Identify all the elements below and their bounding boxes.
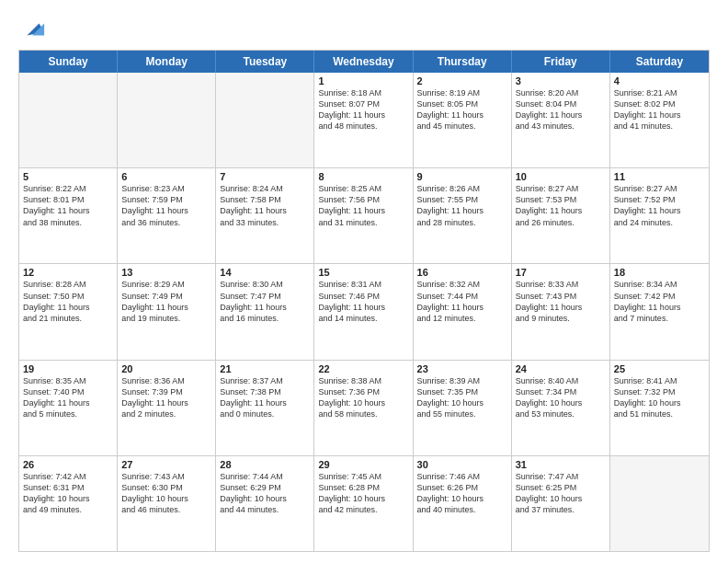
day-number: 1 <box>318 75 408 86</box>
header <box>18 17 710 42</box>
day-number: 19 <box>23 363 113 374</box>
day-info: Sunrise: 8:41 AM Sunset: 7:32 PM Dayligh… <box>614 375 705 420</box>
calendar-cell: 5Sunrise: 8:22 AM Sunset: 8:01 PM Daylig… <box>19 168 118 263</box>
page: SundayMondayTuesdayWednesdayThursdayFrid… <box>0 0 728 563</box>
calendar-body: 1Sunrise: 8:18 AM Sunset: 8:07 PM Daylig… <box>19 73 709 551</box>
day-info: Sunrise: 8:39 AM Sunset: 7:35 PM Dayligh… <box>417 375 507 420</box>
calendar-row-4: 19Sunrise: 8:35 AM Sunset: 7:40 PM Dayli… <box>19 361 709 456</box>
day-number: 4 <box>614 75 705 86</box>
calendar-cell: 28Sunrise: 7:44 AM Sunset: 6:29 PM Dayli… <box>216 456 314 551</box>
calendar-cell: 27Sunrise: 7:43 AM Sunset: 6:30 PM Dayli… <box>118 456 216 551</box>
day-number: 21 <box>220 363 310 374</box>
calendar-cell: 11Sunrise: 8:27 AM Sunset: 7:52 PM Dayli… <box>610 168 709 263</box>
day-info: Sunrise: 8:27 AM Sunset: 7:52 PM Dayligh… <box>614 183 705 228</box>
calendar-cell: 18Sunrise: 8:34 AM Sunset: 7:42 PM Dayli… <box>610 264 709 359</box>
calendar-cell: 22Sunrise: 8:38 AM Sunset: 7:36 PM Dayli… <box>314 361 413 455</box>
day-info: Sunrise: 8:23 AM Sunset: 7:59 PM Dayligh… <box>121 183 211 228</box>
day-number: 15 <box>318 267 408 278</box>
day-info: Sunrise: 8:28 AM Sunset: 7:50 PM Dayligh… <box>23 279 113 324</box>
day-info: Sunrise: 8:37 AM Sunset: 7:38 PM Dayligh… <box>220 375 310 420</box>
calendar: SundayMondayTuesdayWednesdayThursdayFrid… <box>18 50 710 552</box>
calendar-cell: 21Sunrise: 8:37 AM Sunset: 7:38 PM Dayli… <box>216 361 314 455</box>
day-number: 11 <box>614 171 705 182</box>
day-info: Sunrise: 7:45 AM Sunset: 6:28 PM Dayligh… <box>318 471 408 516</box>
day-info: Sunrise: 8:33 AM Sunset: 7:43 PM Dayligh… <box>516 279 606 324</box>
calendar-row-5: 26Sunrise: 7:42 AM Sunset: 6:31 PM Dayli… <box>19 456 709 551</box>
calendar-cell: 31Sunrise: 7:47 AM Sunset: 6:25 PM Dayli… <box>512 456 610 551</box>
header-day-friday: Friday <box>512 51 610 73</box>
calendar-cell: 10Sunrise: 8:27 AM Sunset: 7:53 PM Dayli… <box>512 168 610 263</box>
calendar-cell <box>216 73 314 167</box>
day-info: Sunrise: 8:18 AM Sunset: 8:07 PM Dayligh… <box>318 87 408 132</box>
day-number: 13 <box>121 267 211 278</box>
logo-icon <box>20 17 46 42</box>
day-info: Sunrise: 7:44 AM Sunset: 6:29 PM Dayligh… <box>220 471 310 516</box>
calendar-cell: 25Sunrise: 8:41 AM Sunset: 7:32 PM Dayli… <box>610 361 709 455</box>
day-number: 22 <box>318 363 408 374</box>
calendar-row-3: 12Sunrise: 8:28 AM Sunset: 7:50 PM Dayli… <box>19 264 709 360</box>
day-number: 7 <box>220 171 310 182</box>
day-number: 18 <box>614 267 705 278</box>
calendar-cell: 6Sunrise: 8:23 AM Sunset: 7:59 PM Daylig… <box>118 168 216 263</box>
calendar-row-2: 5Sunrise: 8:22 AM Sunset: 8:01 PM Daylig… <box>19 168 709 264</box>
day-number: 6 <box>121 171 211 182</box>
calendar-cell <box>19 73 118 167</box>
calendar-row-1: 1Sunrise: 8:18 AM Sunset: 8:07 PM Daylig… <box>19 73 709 168</box>
day-info: Sunrise: 8:36 AM Sunset: 7:39 PM Dayligh… <box>121 375 211 420</box>
day-number: 14 <box>220 267 310 278</box>
calendar-cell: 26Sunrise: 7:42 AM Sunset: 6:31 PM Dayli… <box>19 456 118 551</box>
calendar-cell <box>118 73 216 167</box>
day-number: 24 <box>516 363 606 374</box>
day-number: 20 <box>121 363 211 374</box>
header-day-saturday: Saturday <box>610 51 709 73</box>
day-number: 28 <box>220 459 310 470</box>
calendar-cell: 17Sunrise: 8:33 AM Sunset: 7:43 PM Dayli… <box>512 264 610 359</box>
day-number: 17 <box>516 267 606 278</box>
day-number: 29 <box>318 459 408 470</box>
day-info: Sunrise: 7:43 AM Sunset: 6:30 PM Dayligh… <box>121 471 211 516</box>
day-number: 3 <box>516 75 606 86</box>
day-number: 16 <box>417 267 507 278</box>
day-info: Sunrise: 8:20 AM Sunset: 8:04 PM Dayligh… <box>516 87 606 132</box>
day-number: 12 <box>23 267 113 278</box>
day-info: Sunrise: 8:40 AM Sunset: 7:34 PM Dayligh… <box>516 375 606 420</box>
day-number: 31 <box>516 459 606 470</box>
day-number: 26 <box>23 459 113 470</box>
day-number: 10 <box>516 171 606 182</box>
calendar-cell: 19Sunrise: 8:35 AM Sunset: 7:40 PM Dayli… <box>19 361 118 455</box>
day-info: Sunrise: 8:29 AM Sunset: 7:49 PM Dayligh… <box>121 279 211 324</box>
day-info: Sunrise: 7:42 AM Sunset: 6:31 PM Dayligh… <box>23 471 113 516</box>
header-day-monday: Monday <box>118 51 216 73</box>
header-day-tuesday: Tuesday <box>216 51 314 73</box>
day-number: 27 <box>121 459 211 470</box>
calendar-cell: 23Sunrise: 8:39 AM Sunset: 7:35 PM Dayli… <box>414 361 512 455</box>
calendar-cell: 1Sunrise: 8:18 AM Sunset: 8:07 PM Daylig… <box>314 73 413 167</box>
calendar-cell: 12Sunrise: 8:28 AM Sunset: 7:50 PM Dayli… <box>19 264 118 359</box>
logo <box>18 17 46 42</box>
calendar-cell: 16Sunrise: 8:32 AM Sunset: 7:44 PM Dayli… <box>414 264 512 359</box>
day-info: Sunrise: 8:19 AM Sunset: 8:05 PM Dayligh… <box>417 87 507 132</box>
calendar-cell: 2Sunrise: 8:19 AM Sunset: 8:05 PM Daylig… <box>414 73 512 167</box>
day-info: Sunrise: 8:25 AM Sunset: 7:56 PM Dayligh… <box>318 183 408 228</box>
calendar-cell: 15Sunrise: 8:31 AM Sunset: 7:46 PM Dayli… <box>314 264 413 359</box>
header-day-wednesday: Wednesday <box>314 51 413 73</box>
calendar-cell: 4Sunrise: 8:21 AM Sunset: 8:02 PM Daylig… <box>610 73 709 167</box>
calendar-cell: 3Sunrise: 8:20 AM Sunset: 8:04 PM Daylig… <box>512 73 610 167</box>
day-info: Sunrise: 7:46 AM Sunset: 6:26 PM Dayligh… <box>417 471 507 516</box>
day-number: 8 <box>318 171 408 182</box>
calendar-cell: 8Sunrise: 8:25 AM Sunset: 7:56 PM Daylig… <box>314 168 413 263</box>
day-number: 25 <box>614 363 705 374</box>
calendar-cell: 29Sunrise: 7:45 AM Sunset: 6:28 PM Dayli… <box>314 456 413 551</box>
day-info: Sunrise: 8:34 AM Sunset: 7:42 PM Dayligh… <box>614 279 705 324</box>
day-info: Sunrise: 8:35 AM Sunset: 7:40 PM Dayligh… <box>23 375 113 420</box>
day-number: 5 <box>23 171 113 182</box>
day-info: Sunrise: 8:26 AM Sunset: 7:55 PM Dayligh… <box>417 183 507 228</box>
day-info: Sunrise: 8:27 AM Sunset: 7:53 PM Dayligh… <box>516 183 606 228</box>
day-info: Sunrise: 8:38 AM Sunset: 7:36 PM Dayligh… <box>318 375 408 420</box>
day-number: 30 <box>417 459 507 470</box>
calendar-cell: 7Sunrise: 8:24 AM Sunset: 7:58 PM Daylig… <box>216 168 314 263</box>
calendar-cell: 13Sunrise: 8:29 AM Sunset: 7:49 PM Dayli… <box>118 264 216 359</box>
day-number: 2 <box>417 75 507 86</box>
day-info: Sunrise: 8:31 AM Sunset: 7:46 PM Dayligh… <box>318 279 408 324</box>
day-info: Sunrise: 8:22 AM Sunset: 8:01 PM Dayligh… <box>23 183 113 228</box>
